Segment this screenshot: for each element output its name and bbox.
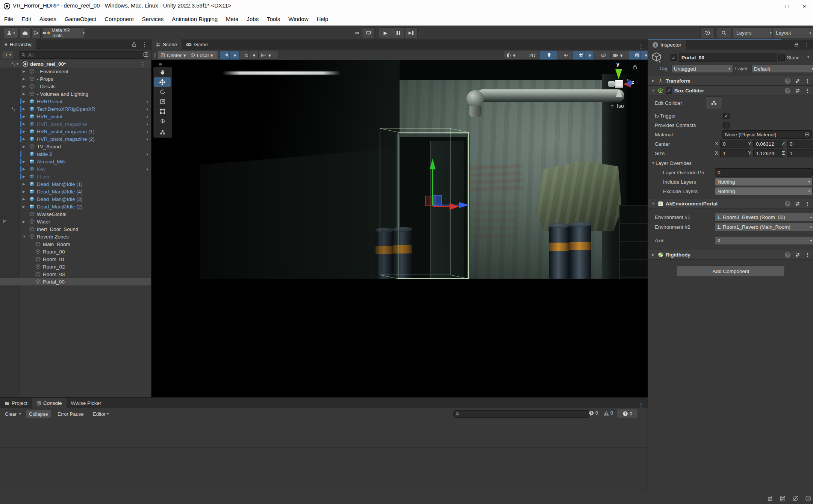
debugger-detached-icon[interactable] — [765, 494, 774, 502]
cache-server-disconnected-icon[interactable] — [778, 494, 787, 502]
exclude-layers-dropdown[interactable]: Nothing▾ — [715, 187, 813, 195]
environment-2-dropdown[interactable]: 1. Room1_Reverb (Main_Room)▾ — [715, 223, 813, 231]
prefab-children-arrow[interactable]: › — [146, 166, 148, 172]
error-pause-toggle[interactable]: Error Pause — [55, 410, 86, 418]
hierarchy-item-dead-man-idle-3[interactable]: ▶Dead_Man@Idle (3) — [0, 195, 151, 203]
gizmo-center-cube[interactable] — [615, 80, 623, 88]
lighting-toggle[interactable] — [539, 51, 559, 60]
menu-assets[interactable]: Assets — [35, 12, 61, 26]
prefab-children-arrow[interactable]: › — [146, 106, 148, 112]
auto-refresh-disabled-icon[interactable] — [791, 494, 800, 502]
environment-1-dropdown[interactable]: 1. Room3_Reverb (Room_00)▾ — [715, 213, 813, 222]
menu-component[interactable]: Component — [100, 12, 138, 26]
layer-override-priority-field[interactable]: 0 — [715, 168, 813, 177]
menu-edit[interactable]: Edit — [17, 12, 35, 26]
hierarchy-item-volumes-and-lighting[interactable]: ▶- Volumes and Lighting — [0, 90, 151, 98]
drag-handle-icon[interactable]: ‖ — [154, 53, 156, 59]
presets-icon[interactable] — [795, 201, 800, 206]
presets-icon[interactable] — [795, 88, 800, 93]
hierarchy-item-reverb-zones[interactable]: ▼Reverb Zones — [0, 233, 151, 240]
expand-arrow-icon[interactable]: ▶ — [23, 160, 25, 163]
active-checkbox[interactable]: ✓ — [671, 54, 677, 61]
hierarchy-menu-icon[interactable]: ⋮ — [142, 42, 147, 47]
hierarchy-item-room-03[interactable]: Room_03 — [0, 270, 151, 278]
maximize-button[interactable]: □ — [778, 0, 796, 12]
component-menu-icon[interactable]: ⋮ — [805, 78, 810, 84]
hierarchy-item-techdemoxrrigopenxr[interactable]: ▶TechDemoXRRigOpenXR› — [0, 105, 151, 113]
prefab-children-arrow[interactable]: › — [146, 136, 148, 142]
presets-icon[interactable] — [795, 78, 800, 83]
projection-menu-icon[interactable]: ≡ — [611, 103, 614, 109]
account-button[interactable]: ▾ — [4, 27, 18, 38]
gizmo-y-neg-cone[interactable] — [616, 89, 622, 97]
expand-arrow-icon[interactable]: ▶ — [23, 137, 25, 141]
menu-services[interactable]: Services — [138, 12, 168, 26]
hierarchy-item-table-2[interactable]: table 2› — [0, 150, 151, 158]
tool-scale-button[interactable] — [154, 97, 171, 107]
menu-file[interactable]: File — [0, 12, 17, 26]
snap-increment-button[interactable]: ▾ — [258, 51, 279, 60]
expand-arrow-icon[interactable]: ▶ — [23, 77, 25, 81]
expand-arrow-icon[interactable]: ▶ — [23, 145, 25, 148]
step-button[interactable]: ▶ — [404, 27, 418, 38]
gizmo-x-neg-handle[interactable] — [608, 81, 615, 87]
hierarchy-item-hvr-pistol-magazine-1[interactable]: ▶HVR_pistol_magazine (1)› — [0, 128, 151, 135]
hidden-in-scene-icon[interactable] — [2, 219, 8, 224]
overlay-drag-handle-icon[interactable]: ≡ — [159, 62, 162, 67]
expand-arrow-icon[interactable]: ▶ — [23, 85, 25, 88]
gizmo-lock-icon[interactable] — [633, 65, 637, 69]
info-count-badge[interactable]: 0 — [589, 410, 598, 416]
expand-arrow-icon[interactable]: ▼ — [23, 235, 26, 238]
hierarchy-item-portal-00[interactable]: Portal_00 — [0, 278, 151, 285]
tool-rect-button[interactable] — [154, 107, 171, 116]
minimize-button[interactable]: – — [761, 0, 778, 12]
hierarchy-item-almond-milk[interactable]: ▶Almond_Milk — [0, 158, 151, 165]
clear-dropdown[interactable]: ▾ — [18, 410, 23, 418]
tab-wwise-picker[interactable]: Wwise Picker — [67, 398, 106, 408]
hierarchy-item-inert-door-sound[interactable]: Inert_Door_Sound — [0, 225, 151, 233]
console-detail-area[interactable] — [0, 447, 648, 493]
hierarchy-item-decals[interactable]: ▶- Decals — [0, 83, 151, 90]
center-y-field[interactable]: 0.06312 — [753, 140, 783, 148]
static-checkbox[interactable] — [778, 54, 785, 61]
tab-game[interactable]: Game — [182, 39, 212, 50]
progress-idle-icon[interactable] — [804, 494, 813, 502]
error-count-badge[interactable]: 0 — [617, 409, 637, 418]
console-search-input[interactable] — [462, 411, 576, 417]
console-search-field[interactable] — [453, 410, 590, 418]
hierarchy-item-wwiseglobal[interactable]: WwiseGlobal — [0, 210, 151, 218]
edit-collider-button[interactable] — [705, 97, 722, 109]
pause-button[interactable] — [392, 27, 405, 38]
expand-arrow-icon[interactable]: ▶ — [23, 205, 25, 208]
expand-arrow-icon[interactable]: ▶ — [23, 92, 25, 96]
size-z-field[interactable]: 1 — [787, 149, 813, 157]
create-object-button[interactable]: +▾ — [2, 51, 14, 59]
console-log-list[interactable] — [0, 419, 648, 448]
is-trigger-checkbox[interactable]: ✓ — [723, 113, 730, 119]
projection-label[interactable]: Iso — [617, 103, 624, 109]
tab-inspector[interactable]: i Inspector — [648, 40, 686, 50]
hierarchy-item-dead-man-idle-4[interactable]: ▶Dead_Man@Idle (4) — [0, 188, 151, 195]
expand-arrow-icon[interactable]: ▶ — [23, 130, 25, 133]
menu-meta[interactable]: Meta — [222, 12, 242, 26]
cloud-button[interactable] — [20, 27, 30, 38]
gizmo-y-cone[interactable] — [615, 69, 622, 79]
center-z-field[interactable]: 0 — [787, 140, 813, 148]
expand-arrow-icon[interactable]: ▶ — [23, 220, 25, 223]
expand-arrow-icon[interactable]: ▶ — [23, 107, 25, 111]
play-button[interactable]: ▶ — [379, 27, 392, 38]
prefab-children-arrow[interactable]: › — [146, 113, 148, 119]
prefab-children-arrow[interactable]: › — [146, 128, 148, 134]
expand-arrow-icon[interactable]: ▶ — [23, 197, 25, 201]
scene-options-icon[interactable]: ⋮ — [140, 61, 146, 67]
layer-dropdown[interactable]: Default▾ — [751, 65, 813, 73]
tool-hand-button[interactable] — [154, 68, 171, 77]
hierarchy-item-hvr-pistol[interactable]: ▶HVR_pistol› — [0, 113, 151, 120]
expand-arrow-icon[interactable]: ▶ — [23, 115, 25, 118]
simulator-button[interactable] — [362, 27, 375, 38]
component-menu-icon[interactable]: ⋮ — [805, 201, 810, 207]
2d-toggle[interactable]: 2D — [523, 51, 542, 60]
lock-icon[interactable] — [132, 42, 136, 47]
box-collider-component-header[interactable]: ▼ ✓ Box Collider ?⋮ — [648, 86, 813, 95]
prefab-children-arrow[interactable]: › — [146, 151, 148, 157]
